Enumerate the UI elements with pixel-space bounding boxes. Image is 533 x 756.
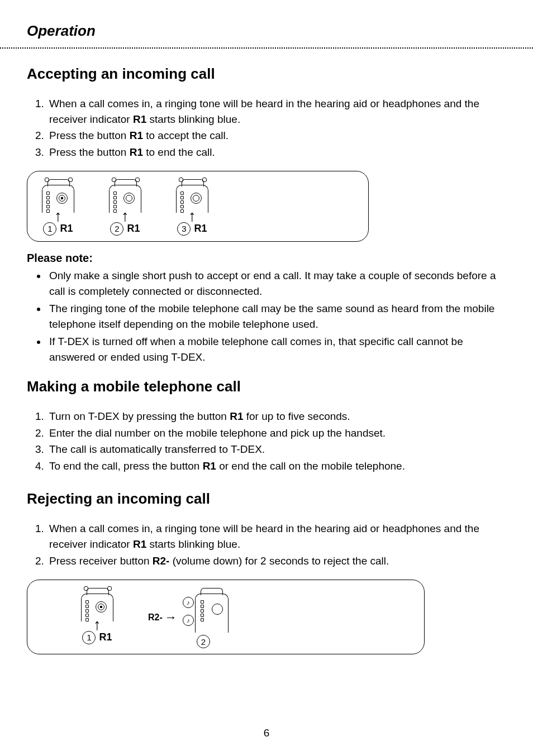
- note-list: Only make a single short push to accept …: [27, 268, 506, 365]
- list-item: If T-DEX is turned off when a mobile tel…: [47, 334, 506, 365]
- accepting-heading: Accepting an incoming call: [27, 65, 506, 83]
- list-item: The call is automatically transferred to…: [47, 442, 506, 457]
- step-number: 1: [82, 631, 96, 644]
- music-note-icon: ♪: [183, 615, 194, 626]
- step-number: 1: [43, 222, 56, 236]
- rejecting-steps: When a call comes in, a ringing tone wil…: [27, 521, 506, 568]
- rejecting-heading: Rejecting an incoming call: [27, 490, 506, 508]
- device-icon: [39, 179, 78, 213]
- rejecting-figure: ↑ 1 R1 ♪ ♪ R2- → 2: [27, 580, 425, 654]
- list-item: When a call comes in, a ringing tone wil…: [47, 521, 506, 552]
- page-number: 6: [0, 727, 533, 739]
- page-title: Operation: [27, 22, 506, 40]
- list-item: Press the button R1 to accept the call.: [47, 128, 506, 143]
- accepting-figure: ↑ 1 R1 ↑ 2 R1 ↑ 3 R1: [27, 171, 369, 242]
- device-icon: [173, 179, 212, 213]
- list-item: Press receiver button R2- (volume down) …: [47, 553, 506, 569]
- figure-step: ↑ 1 R1: [39, 179, 78, 236]
- figure-step: ↑ 3 R1: [173, 179, 212, 236]
- list-item: Press the button R1 to end the call.: [47, 145, 506, 160]
- divider: [0, 47, 533, 49]
- making-heading: Making a mobile telephone call: [27, 378, 506, 395]
- figure-step: ↑ 2 R1: [106, 179, 145, 236]
- device-side-icon: ♪ ♪ R2- →: [178, 588, 229, 633]
- step-number: 2: [110, 222, 123, 236]
- arrow-up-icon: ↑: [54, 212, 62, 221]
- list-item: Enter the dial number on the mobile tele…: [47, 425, 506, 441]
- music-note-icon: ♪: [183, 597, 194, 608]
- arrow-right-icon: R2- →: [148, 610, 177, 625]
- device-icon: [78, 588, 117, 621]
- arrow-up-icon: ↑: [188, 212, 196, 221]
- list-item: To end the call, press the button R1 or …: [47, 458, 506, 474]
- step-label: R1: [194, 223, 207, 235]
- device-icon: [106, 179, 145, 213]
- arrow-up-icon: ↑: [93, 620, 101, 630]
- list-item: Only make a single short push to accept …: [47, 268, 506, 299]
- step-label: R1: [99, 631, 112, 643]
- arrow-up-icon: ↑: [121, 212, 129, 221]
- list-item: The ringing tone of the mobile telephone…: [47, 301, 506, 332]
- list-item: Turn on T-DEX by pressing the button R1 …: [47, 409, 506, 424]
- step-number: 2: [197, 635, 210, 648]
- step-label: R1: [127, 223, 140, 235]
- list-item: When a call comes in, a ringing tone wil…: [47, 96, 506, 127]
- figure-step: ♪ ♪ R2- → 2: [178, 588, 229, 648]
- figure-step: ↑ 1 R1: [78, 588, 117, 648]
- step-number: 3: [177, 222, 191, 236]
- accepting-steps: When a call comes in, a ringing tone wil…: [27, 96, 506, 160]
- step-label: R1: [60, 223, 73, 235]
- making-steps: Turn on T-DEX by pressing the button R1 …: [27, 409, 506, 473]
- note-title: Please note:: [27, 252, 506, 265]
